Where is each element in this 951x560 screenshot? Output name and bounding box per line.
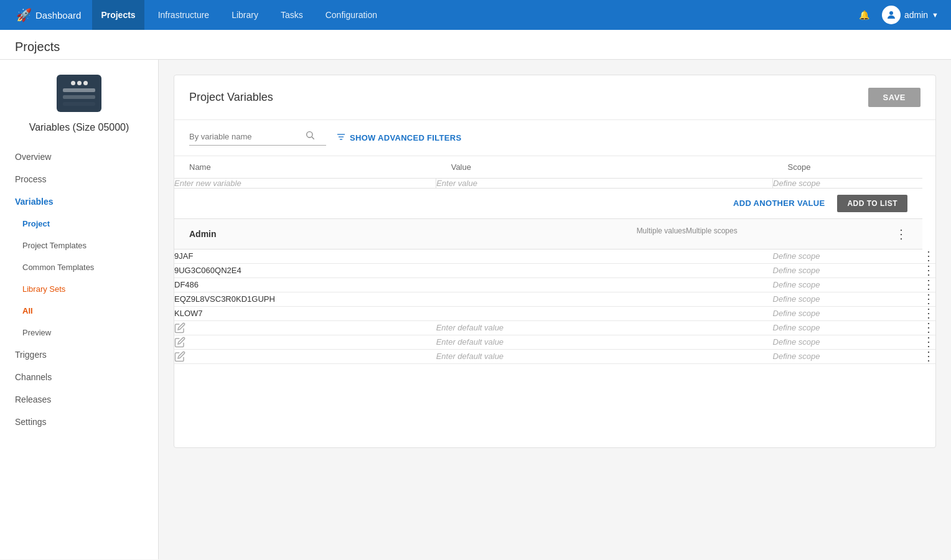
bell-icon: 🔔: [859, 10, 869, 20]
dashboard-label[interactable]: Dashboard: [35, 10, 81, 21]
brand-icon: 🚀: [16, 7, 32, 22]
sidebar: Variables (Size 05000) Overview Process …: [0, 60, 159, 559]
row-menu-icon[interactable]: ⋮: [922, 306, 935, 320]
table-row: EQZ9L8VSC3R0KD1GUPH Define scope ⋮: [174, 292, 935, 306]
var-actions-cell[interactable]: ⋮: [922, 278, 935, 292]
admin-group-menu[interactable]: ⋮: [895, 226, 907, 241]
var-actions-cell[interactable]: ⋮: [922, 349, 935, 363]
var-default-value-cell[interactable]: Enter default value: [436, 349, 773, 363]
admin-group-row: Admin Multiple values Multiple scopes ⋮: [174, 219, 935, 250]
project-icon-box: [57, 75, 101, 112]
username-label: admin: [904, 10, 928, 20]
var-value-cell: [436, 250, 773, 264]
col-name: Name: [174, 156, 436, 179]
user-menu[interactable]: admin ▼: [879, 6, 941, 24]
notification-bell[interactable]: 🔔: [856, 10, 872, 20]
sidebar-item-preview[interactable]: Preview: [0, 322, 158, 343]
save-button[interactable]: SAVE: [868, 88, 921, 107]
page-body: Variables (Size 05000) Overview Process …: [0, 60, 951, 559]
var-value-cell: [436, 278, 773, 292]
var-scope-cell[interactable]: Define scope: [773, 349, 922, 363]
filter-bar: SHOW ADVANCED FILTERS: [174, 120, 935, 156]
sidebar-item-project[interactable]: Project: [0, 213, 158, 235]
nav-infrastructure[interactable]: Infrastructure: [149, 0, 218, 30]
sidebar-item-variables[interactable]: Variables: [0, 190, 158, 213]
var-scope-cell[interactable]: Define scope: [773, 320, 922, 335]
svg-point-1: [307, 132, 312, 138]
sidebar-item-triggers[interactable]: Triggers: [0, 343, 158, 366]
nav-library[interactable]: Library: [223, 0, 267, 30]
table-row: Enter default value Define scope ⋮: [174, 349, 935, 363]
var-edit-icon-cell: [174, 320, 436, 335]
nav-tasks[interactable]: Tasks: [272, 0, 312, 30]
dot1: [71, 81, 75, 85]
admin-group-sub-headers: Multiple values Multiple scopes ⋮: [637, 226, 907, 241]
add-buttons-row: ADD ANOTHER VALUE ADD TO LIST: [174, 189, 935, 219]
table-row: Enter default value Define scope ⋮: [174, 320, 935, 335]
row-menu-icon[interactable]: ⋮: [922, 320, 935, 334]
sidebar-item-channels[interactable]: Channels: [0, 366, 158, 388]
topnav-right: 🔔 admin ▼: [856, 6, 941, 24]
var-scope-cell[interactable]: Define scope: [773, 306, 922, 320]
search-input[interactable]: [189, 132, 301, 141]
sidebar-item-settings[interactable]: Settings: [0, 411, 158, 433]
svg-point-0: [889, 11, 893, 15]
main-content: Project Variables SAVE SHOW ADVANCED FIL…: [159, 60, 951, 559]
page-title: Projects: [0, 30, 951, 60]
advanced-filter-button[interactable]: SHOW ADVANCED FILTERS: [336, 132, 461, 144]
col-value: Value: [436, 156, 773, 179]
new-var-value-cell[interactable]: Enter value: [436, 179, 773, 189]
nav-projects[interactable]: Projects: [92, 0, 144, 30]
var-scope-cell[interactable]: Define scope: [773, 335, 922, 349]
sidebar-item-all[interactable]: All: [0, 300, 158, 322]
sidebar-item-process[interactable]: Process: [0, 168, 158, 190]
dot3: [83, 81, 88, 85]
edit-icon: [174, 322, 185, 334]
nav-configuration[interactable]: Configuration: [317, 0, 386, 30]
var-actions-cell[interactable]: ⋮: [922, 335, 935, 349]
sidebar-item-releases[interactable]: Releases: [0, 388, 158, 411]
new-variable-row: Enter new variable Enter value Define sc…: [174, 179, 935, 189]
var-scope-cell[interactable]: Define scope: [773, 292, 922, 306]
sidebar-item-overview[interactable]: Overview: [0, 146, 158, 168]
var-default-value-cell[interactable]: Enter default value: [436, 335, 773, 349]
add-to-list-button[interactable]: ADD TO LIST: [837, 195, 907, 212]
var-actions-cell[interactable]: ⋮: [922, 306, 935, 320]
icon-line3: [63, 102, 95, 106]
table-header-row: Name Value Scope: [174, 156, 935, 179]
var-default-value-cell[interactable]: Enter default value: [436, 320, 773, 335]
sidebar-item-common-templates[interactable]: Common Templates: [0, 256, 158, 278]
var-scope-cell[interactable]: Define scope: [773, 250, 922, 264]
search-icon: [305, 130, 315, 142]
var-actions-cell[interactable]: ⋮: [922, 292, 935, 306]
var-actions-cell[interactable]: ⋮: [922, 250, 935, 264]
sidebar-item-library-sets[interactable]: Library Sets: [0, 278, 158, 300]
nav-brand[interactable]: 🚀 Dashboard: [10, 0, 87, 30]
var-value-cell: [436, 306, 773, 320]
var-scope-cell[interactable]: Define scope: [773, 263, 922, 278]
var-actions-cell[interactable]: ⋮: [922, 320, 935, 335]
row-menu-icon[interactable]: ⋮: [922, 249, 935, 263]
project-icon-area: [0, 60, 158, 122]
avatar: [882, 6, 901, 24]
admin-group-label: Admin: [189, 229, 217, 239]
filter-icon: [336, 132, 346, 144]
edit-icon: [174, 351, 185, 362]
sidebar-item-project-templates[interactable]: Project Templates: [0, 235, 158, 256]
row-menu-icon[interactable]: ⋮: [922, 335, 935, 348]
new-var-scope-cell[interactable]: Define scope: [773, 179, 922, 189]
table-row: KLOW7 Define scope ⋮: [174, 306, 935, 320]
search-box: [189, 130, 326, 146]
admin-group-inner: Admin Multiple values Multiple scopes ⋮: [189, 226, 907, 241]
var-value-cell: [436, 263, 773, 278]
add-another-value-button[interactable]: ADD ANOTHER VALUE: [733, 198, 825, 208]
row-menu-icon[interactable]: ⋮: [922, 278, 935, 291]
var-scope-cell[interactable]: Define scope: [773, 278, 922, 292]
new-var-name-cell[interactable]: Enter new variable: [174, 179, 436, 189]
var-actions-cell[interactable]: ⋮: [922, 263, 935, 278]
table-row: 9UG3C060QN2E4 Define scope ⋮: [174, 263, 935, 278]
row-menu-icon[interactable]: ⋮: [922, 292, 935, 306]
row-menu-icon[interactable]: ⋮: [922, 263, 935, 277]
row-menu-icon[interactable]: ⋮: [922, 349, 935, 363]
table-row: DF486 Define scope ⋮: [174, 278, 935, 292]
